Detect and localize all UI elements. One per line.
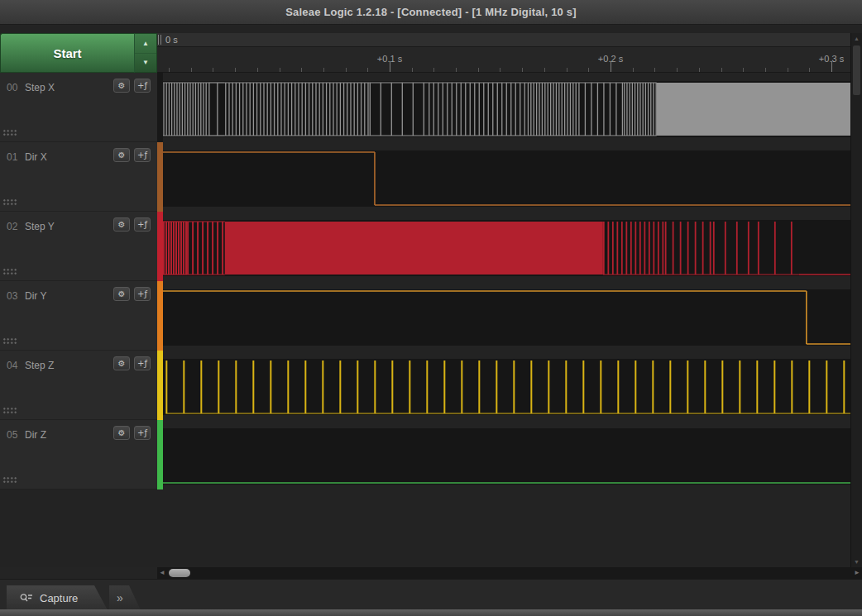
channel-settings-gear-icon[interactable]: ⚙: [113, 148, 130, 162]
channel-name: Dir X: [25, 151, 47, 163]
channel-settings-gear-icon[interactable]: ⚙: [113, 79, 130, 93]
channel-buttons: ⚙+ƒ: [113, 287, 151, 301]
ruler-minor-tick: [257, 68, 258, 72]
tab-capture-label: Capture: [40, 592, 78, 604]
waveform-band: [163, 220, 850, 276]
channel-index: 03: [7, 290, 25, 302]
ruler-minor-tick: [367, 68, 368, 72]
ruler-minor-tick: [412, 68, 413, 72]
channel-settings-gear-icon[interactable]: ⚙: [113, 217, 130, 232]
waveform-row[interactable]: [157, 420, 850, 489]
waveform-band: [163, 150, 850, 207]
channel-drag-handle[interactable]: [2, 268, 17, 275]
start-area: Start ▲ ▼: [0, 33, 157, 73]
channel-buttons: ⚙+ƒ: [113, 79, 151, 93]
ruler-minor-tick: [235, 68, 236, 72]
channel-color-strip: [157, 73, 163, 142]
scroll-right-icon[interactable]: ►: [852, 567, 862, 579]
channel-drag-handle[interactable]: [2, 337, 17, 345]
scroll-left-icon[interactable]: ◄: [157, 567, 167, 579]
waveform-row[interactable]: [157, 351, 850, 420]
channel-row: 01Dir X⚙+ƒ: [0, 142, 157, 212]
scroll-down-icon[interactable]: ▼: [851, 556, 862, 567]
channel-index: 04: [7, 360, 25, 371]
window-title: Saleae Logic 1.2.18 - [Connected] - [1 M…: [285, 6, 577, 18]
ruler-minor-tick: [522, 68, 523, 72]
channel-settings-gear-icon[interactable]: ⚙: [113, 287, 130, 301]
window-resize-strip: [0, 609, 862, 616]
channel-settings-gear-icon[interactable]: ⚙: [113, 426, 130, 440]
waveform-row[interactable]: [157, 142, 850, 212]
ruler-minor-tick: [567, 68, 567, 72]
channel-measurement-icon[interactable]: +ƒ: [134, 287, 151, 301]
channel-buttons: ⚙+ƒ: [113, 148, 151, 162]
channel-measurement-icon[interactable]: +ƒ: [134, 148, 151, 162]
scroll-up-icon[interactable]: ▲: [851, 33, 862, 44]
ruler-minor-tick: [500, 68, 500, 72]
channel-index: 00: [7, 82, 25, 93]
waveform-list: [157, 73, 850, 489]
timeline-ruler[interactable]: +0.1 s+0.2 s+0.3 s: [157, 47, 850, 73]
waveform-row[interactable]: [157, 281, 850, 351]
channel-row: 04Step Z⚙+ƒ: [0, 351, 157, 420]
channel-color-strip: [157, 351, 163, 420]
ruler-minor-tick: [478, 68, 479, 72]
ruler-minor-tick: [743, 68, 744, 72]
channel-index: 01: [7, 151, 25, 163]
hscroll-row: ◄ ►: [0, 567, 862, 579]
channel-name: Step X: [25, 82, 55, 93]
waveform-band: [163, 428, 850, 485]
ruler-minor-tick: [544, 68, 545, 72]
channel-name: Dir Y: [25, 290, 46, 302]
channel-name: Step Y: [25, 221, 55, 232]
timeline-origin-bar: 0 s: [157, 33, 850, 47]
start-up-arrow-icon[interactable]: ▲: [135, 34, 156, 54]
channel-measurement-icon[interactable]: +ƒ: [134, 217, 151, 232]
channel-row: 00Step X⚙+ƒ: [0, 73, 157, 142]
vertical-scroll-thumb[interactable]: [853, 45, 860, 95]
ruler-minor-tick: [301, 68, 302, 72]
ruler-tick-label: +0.1 s: [377, 54, 402, 64]
hscroll-spacer: [0, 567, 157, 579]
waveform-row[interactable]: [157, 212, 850, 281]
channel-row: 03Dir Y⚙+ƒ: [0, 281, 157, 351]
channel-settings-gear-icon[interactable]: ⚙: [113, 356, 130, 370]
channel-drag-handle[interactable]: [2, 476, 17, 484]
ruler-minor-tick: [765, 68, 766, 72]
channel-index: 05: [7, 429, 25, 441]
tab-more[interactable]: »: [109, 585, 141, 610]
channel-color-strip: [157, 212, 163, 281]
waveform-row[interactable]: [157, 73, 850, 142]
main-area: Start ▲ ▼ 00Step X⚙+ƒ01Dir X⚙+ƒ02Step Y⚙…: [0, 25, 862, 567]
ruler-minor-tick: [588, 68, 589, 72]
ruler-minor-tick: [433, 68, 434, 72]
channel-drag-handle[interactable]: [2, 129, 17, 136]
horizontal-scroll-thumb[interactable]: [169, 569, 190, 577]
channel-panel: Start ▲ ▼ 00Step X⚙+ƒ01Dir X⚙+ƒ02Step Y⚙…: [0, 33, 157, 567]
start-down-arrow-icon[interactable]: ▼: [135, 54, 156, 73]
channel-drag-handle[interactable]: [2, 407, 17, 414]
channel-measurement-icon[interactable]: +ƒ: [134, 426, 151, 440]
tab-capture[interactable]: Capture: [7, 585, 108, 610]
ruler-minor-tick: [699, 68, 700, 72]
channel-color-strip: [157, 142, 163, 212]
ruler-minor-tick: [346, 68, 347, 72]
app-window: Saleae Logic 1.2.18 - [Connected] - [1 M…: [0, 0, 862, 616]
ruler-minor-tick: [788, 68, 788, 72]
ruler-minor-tick: [456, 68, 457, 72]
channel-measurement-icon[interactable]: +ƒ: [134, 356, 151, 370]
channel-drag-handle[interactable]: [2, 198, 17, 206]
ruler-minor-tick: [677, 68, 678, 72]
channel-buttons: ⚙+ƒ: [113, 426, 151, 440]
vertical-scrollbar[interactable]: ▲ ▼: [850, 33, 862, 567]
start-button[interactable]: Start: [0, 33, 134, 73]
ruler-minor-tick: [280, 68, 280, 72]
horizontal-scrollbar[interactable]: ◄ ►: [157, 567, 862, 579]
ruler-minor-tick: [213, 68, 213, 72]
channel-measurement-icon[interactable]: +ƒ: [134, 79, 151, 93]
waveform-panel: 0 s +0.1 s+0.2 s+0.3 s: [157, 33, 850, 567]
timeline-origin-handle[interactable]: [158, 35, 162, 45]
waveform-band: [163, 81, 850, 137]
bottom-bar: Capture »: [0, 579, 862, 616]
waveform-band: [163, 289, 850, 346]
